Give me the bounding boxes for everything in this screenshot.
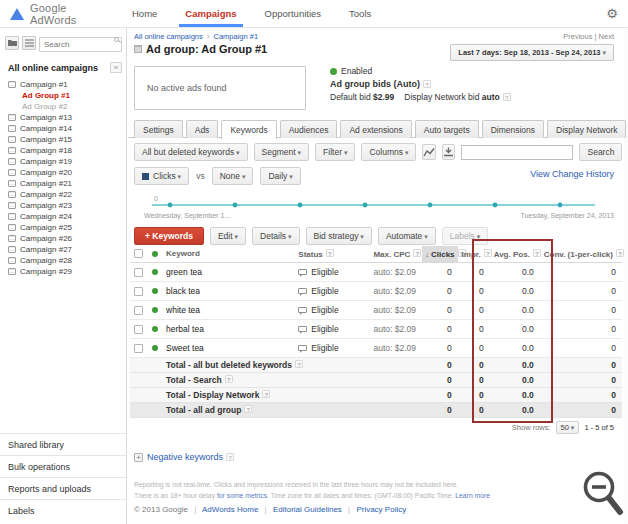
tab-audiences[interactable]: Audiences	[280, 120, 338, 138]
sidebar-item-campaign-15[interactable]: Campaign #15	[8, 134, 126, 145]
keyword-cell[interactable]: herbal tea	[162, 319, 294, 338]
keyword-row[interactable]: green tea Eligible auto: $2.09 0 0 0.0 0	[130, 262, 622, 281]
col-keyword[interactable]: Keyword	[162, 246, 294, 262]
edit-dropdown[interactable]: Edit	[210, 227, 246, 245]
adwords-home-link[interactable]: AdWords Home	[202, 505, 258, 514]
for-some-metrics-link[interactable]: for some metrics	[217, 492, 267, 499]
date-range-button[interactable]: Last 7 days: Sep 18, 2013 - Sep 24, 2013	[450, 44, 614, 61]
sidebar-item-campaign-1[interactable]: Campaign #1	[8, 79, 126, 90]
col-avg-position[interactable]: Avg. Pos.	[490, 246, 540, 262]
add-keywords-button[interactable]: + Keywords	[134, 227, 204, 245]
columns-dropdown[interactable]: Columns	[361, 143, 416, 161]
keyword-row[interactable]: black tea Eligible auto: $2.09 0 0 0.0 0	[130, 281, 622, 300]
tab-keywords[interactable]: Keywords	[221, 120, 276, 139]
nav-opportunities[interactable]: Opportunities	[251, 0, 336, 28]
learn-more-link[interactable]: Learn more	[455, 492, 490, 499]
tab-display-network[interactable]: Display Network	[547, 120, 626, 138]
chart-toggle-button[interactable]	[422, 144, 436, 160]
interval-dropdown[interactable]: Daily	[260, 167, 300, 185]
sidebar-item-campaign-24[interactable]: Campaign #24	[8, 211, 126, 222]
next-link[interactable]: Next	[599, 32, 614, 41]
sidebar-item-campaign-14[interactable]: Campaign #14	[8, 123, 126, 134]
breadcrumb-campaign-1[interactable]: Campaign #1	[213, 32, 258, 41]
help-icon[interactable]	[533, 249, 541, 257]
tab-ad-extensions[interactable]: Ad extensions	[340, 120, 411, 138]
all-online-campaigns-label[interactable]: All online campaigns	[8, 63, 98, 73]
sidebar-item-campaign-22[interactable]: Campaign #22	[8, 189, 126, 200]
sidebar-item-campaign-13[interactable]: Campaign #13	[8, 112, 126, 123]
sidebar-item-ad-group-2[interactable]: Ad Group #2	[8, 101, 126, 112]
help-icon[interactable]	[295, 360, 303, 368]
keyword-cell[interactable]: Sweet tea	[162, 338, 294, 357]
tab-dimensions[interactable]: Dimensions	[482, 120, 544, 138]
editorial-guidelines-link[interactable]: Editorial Guidelines	[273, 505, 342, 514]
privacy-policy-link[interactable]: Privacy Policy	[356, 505, 406, 514]
keyword-cell[interactable]: black tea	[162, 281, 294, 300]
download-button[interactable]	[442, 144, 455, 160]
sidebar-item-ad-group-1[interactable]: Ad Group #1	[8, 90, 126, 101]
max-cpc-cell[interactable]: auto: $2.09	[369, 338, 421, 357]
previous-link[interactable]: Previous	[563, 32, 592, 41]
breadcrumb-all-online-campaigns[interactable]: All online campaigns	[134, 32, 203, 41]
col-max-cpc[interactable]: Max. CPC	[369, 246, 421, 262]
nav-campaigns[interactable]: Campaigns	[171, 0, 250, 28]
sidebar-item-campaign-28[interactable]: Campaign #28	[8, 255, 126, 266]
folder-view-button[interactable]	[5, 36, 19, 50]
tab-ads[interactable]: Ads	[186, 120, 219, 138]
view-change-history-link[interactable]: View Change History	[530, 169, 614, 179]
help-icon[interactable]	[423, 80, 431, 88]
rows-per-page-select[interactable]: 50	[556, 421, 580, 434]
help-icon[interactable]	[503, 93, 511, 101]
default-bid-value[interactable]: $2.99	[373, 92, 394, 102]
help-icon[interactable]	[484, 249, 492, 257]
sidebar-item-campaign-21[interactable]: Campaign #21	[8, 178, 126, 189]
negative-keywords-link[interactable]: Negative keywords	[147, 452, 223, 462]
display-network-bid-value[interactable]: auto	[482, 92, 500, 102]
status-badge[interactable]: Enabled	[341, 66, 372, 76]
row-checkbox[interactable]	[134, 325, 143, 334]
row-checkbox[interactable]	[134, 306, 143, 315]
details-dropdown[interactable]: Details	[252, 227, 299, 245]
segment-dropdown[interactable]: Segment	[254, 143, 310, 161]
row-checkbox[interactable]	[134, 287, 143, 296]
automate-dropdown[interactable]: Automate	[378, 227, 436, 245]
help-icon[interactable]	[226, 453, 234, 461]
keyword-search-input[interactable]	[461, 145, 573, 160]
tab-settings[interactable]: Settings	[134, 120, 183, 138]
sidebar-item-campaign-23[interactable]: Campaign #23	[8, 200, 126, 211]
max-cpc-cell[interactable]: auto: $2.09	[369, 281, 421, 300]
bid-strategy-dropdown[interactable]: Bid strategy	[306, 227, 372, 245]
collapse-sidebar-icon[interactable]: «	[110, 62, 122, 73]
sidebar-item-campaign-25[interactable]: Campaign #25	[8, 222, 126, 233]
filter-dropdown[interactable]: Filter	[315, 143, 355, 161]
nav-home[interactable]: Home	[118, 0, 171, 28]
metric-dropdown[interactable]: Clicks	[134, 167, 189, 185]
row-checkbox[interactable]	[134, 344, 143, 353]
keyword-scope-dropdown[interactable]: All but deleted keywords	[134, 143, 248, 161]
labels-dropdown[interactable]: Labels	[442, 227, 489, 245]
max-cpc-cell[interactable]: auto: $2.09	[369, 319, 421, 338]
sidebar-item-campaign-27[interactable]: Campaign #27	[8, 244, 126, 255]
keyword-row[interactable]: Sweet tea Eligible auto: $2.09 0 0 0.0 0	[130, 338, 622, 357]
keyword-cell[interactable]: green tea	[162, 262, 294, 281]
gear-icon[interactable]: ⚙	[606, 6, 618, 21]
help-icon[interactable]	[413, 249, 421, 257]
sidebar-item-labels[interactable]: Labels	[0, 499, 126, 521]
expand-plus-icon[interactable]: +	[134, 453, 143, 462]
nav-tools[interactable]: Tools	[335, 0, 385, 28]
keyword-cell[interactable]: white tea	[162, 300, 294, 319]
compare-metric-dropdown[interactable]: None	[212, 167, 254, 185]
adwords-logo[interactable]: Google AdWords	[10, 2, 110, 26]
help-icon[interactable]	[244, 405, 252, 413]
tab-auto-targets[interactable]: Auto targets	[415, 120, 479, 138]
row-checkbox[interactable]	[134, 268, 143, 277]
search-button[interactable]: Search	[579, 143, 622, 161]
help-icon[interactable]	[616, 249, 624, 257]
sidebar-item-campaign-18[interactable]: Campaign #18	[8, 145, 126, 156]
col-impressions[interactable]: Impr.	[458, 246, 490, 262]
col-conversions[interactable]: Conv. (1-per-click)	[540, 246, 622, 262]
select-all-checkbox[interactable]	[134, 249, 143, 258]
help-icon[interactable]	[225, 375, 233, 383]
sidebar-item-reports-and-uploads[interactable]: Reports and uploads	[0, 477, 126, 499]
keyword-row[interactable]: herbal tea Eligible auto: $2.09 0 0 0.0 …	[130, 319, 622, 338]
